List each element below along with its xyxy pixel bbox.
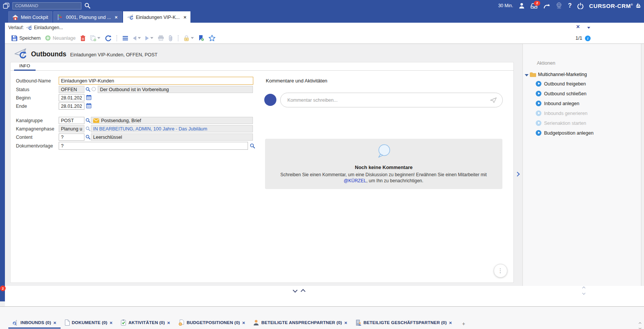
action-outbound-schliessen[interactable]: Outbound schließen — [544, 91, 586, 96]
scroll-down-chevron[interactable] — [583, 289, 585, 296]
record-menu-caret[interactable] — [587, 27, 590, 29]
gantt-chart-icon — [58, 14, 63, 20]
play-icon[interactable] — [536, 101, 541, 106]
bottom-tab-dokumente[interactable]: DOKUMENTE (0) — [61, 317, 117, 329]
refresh-button[interactable] — [105, 35, 111, 41]
command-input[interactable] — [12, 2, 81, 9]
lock-caret[interactable] — [191, 37, 194, 39]
close-record-icon[interactable] — [576, 23, 580, 30]
lock-icon — [184, 35, 189, 41]
brand-logo: CURSOR-CRM® — [589, 3, 633, 9]
kanalgruppe-desc-field: Postsendung, Brief — [91, 117, 253, 124]
search-icon[interactable] — [86, 87, 90, 93]
verlauf-label: Verlauf: — [8, 25, 24, 30]
copy-button — [90, 35, 100, 41]
tab-label: Mein Cockpit — [21, 15, 48, 20]
collapse-down-chevron[interactable] — [293, 287, 297, 293]
print-button — [158, 35, 164, 41]
play-icon[interactable] — [536, 91, 541, 96]
mention-link[interactable]: @KÜRZEL — [344, 178, 366, 183]
tab-einladungen-active[interactable]: Einladungen VIP-K... — [123, 11, 191, 23]
attachment-button — [168, 35, 173, 41]
close-icon[interactable] — [344, 319, 347, 326]
calendar-icon[interactable] — [86, 103, 92, 110]
save-label: Speichern — [19, 36, 41, 41]
search-icon[interactable] — [86, 118, 90, 124]
lock-button[interactable] — [184, 35, 194, 41]
toolbar-separator — [117, 35, 117, 41]
app-window: 30 Min. 2 CMD ? CURSOR-CRM® — [0, 0, 644, 329]
search-icon[interactable] — [86, 126, 90, 133]
bottom-tab-inbounds[interactable]: INBOUNDS (0) — [8, 317, 61, 329]
collapse-up-chevron[interactable] — [301, 288, 305, 295]
dokumentvorlage-input[interactable] — [59, 142, 248, 150]
action-outbound-freigeben[interactable]: Outbound freigeben — [544, 81, 586, 87]
sidebar-scrollbar[interactable] — [641, 44, 644, 306]
notification-badge: 2 — [534, 1, 540, 6]
field-label-kanalgruppe: Kanalgruppe — [16, 118, 43, 123]
info-icon[interactable] — [585, 36, 591, 41]
home-icon — [12, 15, 18, 20]
more-options-button[interactable] — [494, 264, 507, 278]
outbound-icon — [14, 48, 27, 60]
tab-info[interactable]: INFO — [14, 62, 36, 71]
windows-stack-icon[interactable] — [3, 3, 9, 9]
bottom-tab-budgetpositionen[interactable]: BUDGETPOSITIONEN (0) — [174, 317, 249, 329]
close-icon[interactable] — [115, 15, 118, 20]
close-icon[interactable] — [184, 15, 187, 20]
redo-icon[interactable] — [543, 3, 550, 9]
close-icon[interactable] — [53, 319, 56, 326]
field-label-ende: Ende — [16, 104, 27, 109]
globe-cmd-icon[interactable]: CMD — [556, 2, 562, 9]
bottom-tab-ansprechpartner[interactable]: BETEILIGTE ANSPRECHPARTNER (0) — [249, 317, 351, 329]
comment-input[interactable] — [281, 98, 490, 103]
close-icon[interactable] — [449, 319, 452, 326]
tab-mein-cockpit[interactable]: Mein Cockpit — [8, 11, 52, 23]
menu-button[interactable] — [122, 36, 128, 41]
search-icon[interactable] — [250, 143, 255, 150]
close-icon[interactable] — [242, 319, 245, 326]
prev-caret — [138, 37, 141, 39]
search-icon[interactable] — [86, 134, 90, 141]
kanalgruppe-key-input[interactable] — [59, 117, 84, 124]
action-budgetposition-anlegen[interactable]: Budgetposition anlegen — [544, 130, 594, 136]
bottom-tab-geschaeftspartner[interactable]: BETEILIGTE GESCHÄFTSPARTNER (0) — [351, 317, 456, 329]
verlauf-entry[interactable]: Einladungen... — [34, 25, 63, 30]
favorite-star-button[interactable] — [209, 35, 215, 41]
tree-collapse-caret[interactable] — [525, 74, 529, 76]
tab-kampagne[interactable]: 0001, Planung und ... — [53, 11, 122, 23]
user-icon[interactable] — [519, 3, 525, 9]
ende-date-input[interactable] — [59, 102, 84, 110]
sidebar-expand-chevron[interactable] — [516, 171, 519, 177]
calendar-icon[interactable] — [86, 95, 92, 102]
clipboard-check-icon — [121, 320, 126, 326]
close-icon[interactable] — [110, 319, 113, 326]
content-key-input[interactable] — [59, 133, 84, 141]
collapsed-nav-strip[interactable] — [0, 11, 5, 301]
delete-button[interactable] — [80, 35, 86, 41]
close-icon[interactable] — [167, 319, 170, 326]
play-icon[interactable] — [536, 81, 541, 87]
outbound-icon — [127, 14, 133, 20]
action-serienaktion-starten: Serienaktion starten — [544, 121, 586, 126]
inbox-tray-icon[interactable]: 2 — [530, 3, 538, 9]
action-group-multichannel[interactable]: Multichannel-Marketing — [538, 72, 587, 77]
power-icon[interactable] — [577, 3, 583, 9]
bottom-tab-bar: INBOUNDS (0) DOKUMENTE (0) AKTIVITÄTEN (… — [0, 307, 644, 329]
copy-caret — [97, 37, 100, 39]
kampagne-link[interactable]: IN BEARBEITUNG, ADMIN, 100 Jahre - Das J… — [93, 126, 207, 132]
beginn-date-input[interactable] — [59, 94, 84, 101]
add-tab-button[interactable]: + — [456, 318, 471, 329]
outbound-name-input[interactable] — [59, 77, 253, 85]
help-icon[interactable]: ? — [568, 2, 572, 9]
save-button[interactable]: Speichern — [11, 35, 41, 41]
play-icon[interactable] — [536, 130, 541, 136]
corner-scroll-down[interactable] — [639, 324, 641, 329]
send-icon[interactable] — [490, 97, 497, 103]
bookmark-add-button[interactable] — [198, 35, 204, 41]
search-icon[interactable] — [84, 3, 90, 9]
action-inbound-anlegen[interactable]: Inbound anlegen — [544, 101, 579, 106]
status-indicator-icon — [92, 87, 96, 91]
bottom-tab-aktivitaeten[interactable]: AKTIVITÄTEN (0) — [117, 317, 174, 329]
folder-icon — [530, 72, 536, 77]
